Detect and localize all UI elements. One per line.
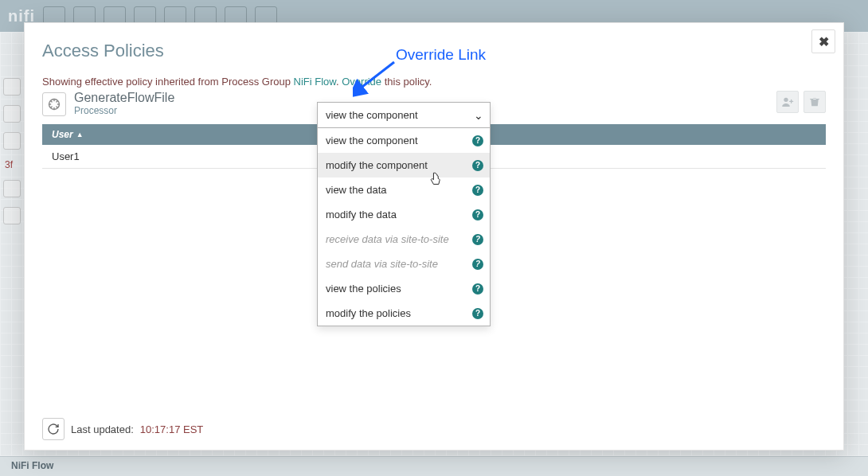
processor-icon bbox=[42, 92, 66, 116]
close-icon[interactable]: ✖ bbox=[811, 29, 835, 53]
delete-button[interactable] bbox=[803, 91, 826, 113]
help-icon[interactable]: ? bbox=[472, 135, 483, 146]
dropdown-option-label: modify the policies bbox=[326, 307, 411, 319]
breadcrumb[interactable]: NiFi Flow bbox=[0, 456, 868, 476]
sort-asc-icon: ▲ bbox=[76, 131, 84, 139]
help-icon[interactable]: ? bbox=[472, 185, 483, 196]
dropdown-option-label: view the data bbox=[326, 184, 387, 196]
chevron-down-icon: ⌄ bbox=[474, 109, 483, 122]
help-icon[interactable]: ? bbox=[472, 234, 483, 245]
left-rail: 3f bbox=[0, 73, 24, 229]
rail-text: 3f bbox=[3, 159, 21, 170]
help-icon[interactable]: ? bbox=[472, 160, 483, 171]
add-user-button[interactable] bbox=[776, 91, 799, 113]
override-link[interactable]: Override bbox=[342, 76, 381, 88]
dropdown-option[interactable]: view the data? bbox=[318, 178, 490, 202]
col-user: User bbox=[52, 129, 73, 140]
dropdown-option: send data via site-to-site? bbox=[318, 252, 490, 276]
dropdown-option-label: view the policies bbox=[326, 283, 401, 295]
dropdown-selected[interactable]: view the component ⌄ bbox=[318, 103, 490, 128]
modal-title: Access Policies bbox=[42, 41, 826, 61]
dropdown-option[interactable]: view the policies? bbox=[318, 276, 490, 301]
last-updated-label: Last updated: bbox=[71, 423, 134, 435]
help-icon[interactable]: ? bbox=[472, 259, 483, 270]
dropdown-option-label: receive data via site-to-site bbox=[326, 233, 449, 245]
rail-icon[interactable] bbox=[3, 180, 21, 197]
inherited-suffix: this policy. bbox=[381, 76, 432, 88]
dropdown-selected-label: view the component bbox=[326, 109, 418, 121]
dropdown-option-label: send data via site-to-site bbox=[326, 258, 438, 270]
inherited-policy-message: Showing effective policy inherited from … bbox=[42, 76, 826, 88]
dropdown-option-label: modify the component bbox=[326, 159, 428, 171]
component-name: GenerateFlowFile bbox=[74, 91, 174, 105]
rail-icon[interactable] bbox=[3, 132, 21, 150]
dropdown-option: receive data via site-to-site? bbox=[318, 227, 490, 252]
process-group-link[interactable]: NiFi Flow bbox=[294, 76, 336, 88]
rail-icon[interactable] bbox=[3, 105, 21, 123]
inherited-prefix: Showing effective policy inherited from … bbox=[42, 76, 294, 88]
component-type: Processor bbox=[74, 105, 174, 116]
dropdown-option[interactable]: modify the policies? bbox=[318, 301, 490, 326]
refresh-button[interactable] bbox=[42, 418, 65, 440]
rail-icon[interactable] bbox=[3, 207, 21, 224]
help-icon[interactable]: ? bbox=[472, 209, 483, 220]
dropdown-option-label: view the component bbox=[326, 135, 418, 146]
refresh-row: Last updated: 10:17:17 EST bbox=[42, 418, 203, 440]
dropdown-option-label: modify the data bbox=[326, 209, 397, 220]
last-updated-timestamp: 10:17:17 EST bbox=[140, 423, 204, 435]
help-icon[interactable]: ? bbox=[472, 283, 483, 295]
policy-type-dropdown[interactable]: view the component ⌄ view the component?… bbox=[317, 102, 491, 326]
dropdown-option[interactable]: modify the component? bbox=[318, 153, 490, 178]
dropdown-option[interactable]: view the component? bbox=[318, 128, 490, 153]
dropdown-option[interactable]: modify the data? bbox=[318, 202, 490, 227]
svg-point-0 bbox=[784, 98, 788, 102]
help-icon[interactable]: ? bbox=[472, 308, 483, 319]
rail-icon[interactable] bbox=[3, 78, 21, 96]
